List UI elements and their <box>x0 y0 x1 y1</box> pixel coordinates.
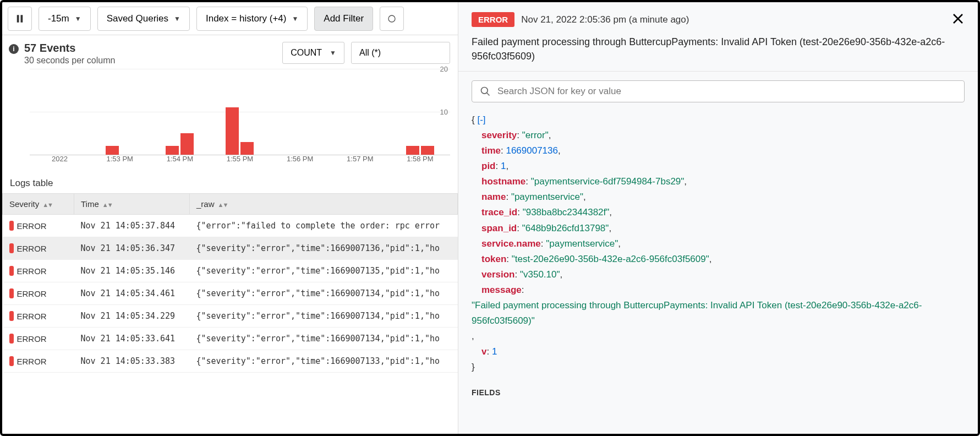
scope-label: All (*) <box>359 48 381 58</box>
aggregation-label: COUNT <box>291 48 322 58</box>
json-key[interactable]: token <box>481 254 506 264</box>
json-value[interactable]: "test-20e26e90-356b-432e-a2c6-956fc03f56… <box>512 254 709 264</box>
json-key[interactable]: span_id <box>481 223 517 233</box>
json-value[interactable]: "Failed payment processing through Butte… <box>472 300 922 326</box>
aggregation-dropdown[interactable]: COUNT ▼ <box>282 42 344 64</box>
json-search-input[interactable] <box>497 86 956 97</box>
bar-group[interactable] <box>210 69 270 155</box>
json-search[interactable] <box>472 80 965 102</box>
json-key[interactable]: message <box>481 285 522 295</box>
table-row[interactable]: ERRORNov 21 14:05:35.146{"severity":"err… <box>3 260 458 282</box>
bar[interactable] <box>166 146 179 155</box>
col-severity[interactable]: Severity▲▼ <box>3 194 74 215</box>
time-cell: Nov 21 14:05:36.347 <box>74 237 190 260</box>
x-tick: 1:55 PM <box>210 155 270 168</box>
bar-group[interactable] <box>150 69 210 155</box>
json-key[interactable]: time <box>481 145 501 156</box>
summary-right: COUNT ▼ All (*) <box>282 42 450 64</box>
index-dropdown[interactable]: Index = history (+4) ▼ <box>196 7 308 31</box>
svg-point-3 <box>481 88 488 94</box>
table-row[interactable]: ERRORNov 21 14:05:34.461{"severity":"err… <box>3 282 458 305</box>
detail-timestamp: Nov 21, 2022 2:05:36 pm (a minute ago) <box>521 14 689 25</box>
info-icon[interactable]: i <box>9 44 19 54</box>
severity-label: ERROR <box>17 221 47 231</box>
json-key[interactable]: name <box>481 192 506 202</box>
saved-queries-dropdown[interactable]: Saved Queries ▼ <box>97 7 190 31</box>
fields-header: FIELDS <box>472 388 965 397</box>
clear-button[interactable] <box>380 7 404 31</box>
severity-label: ERROR <box>17 357 47 366</box>
json-key[interactable]: hostname <box>481 176 525 187</box>
json-value[interactable]: "938ba8bc2344382f" <box>523 207 610 217</box>
sort-icon: ▲▼ <box>218 201 228 208</box>
close-button[interactable] <box>951 12 965 27</box>
json-collapse-toggle[interactable]: [-] <box>477 115 485 125</box>
json-key[interactable]: version <box>481 269 514 280</box>
chart-container: 102020221:53 PM1:54 PM1:55 PM1:56 PM1:57… <box>2 66 458 170</box>
json-value[interactable]: "648b9b26cfd13798" <box>522 223 609 233</box>
json-value[interactable]: "v350.10" <box>520 269 560 280</box>
json-value[interactable]: "paymentservice" <box>546 238 618 249</box>
json-value[interactable]: "paymentservice-6df7594984-7bs29" <box>531 176 685 187</box>
add-filter-label: Add Filter <box>324 13 364 24</box>
json-value[interactable]: "paymentservice" <box>511 192 583 202</box>
json-value[interactable]: 1 <box>501 161 506 171</box>
summary-left: i 57 Events 30 seconds per column <box>9 42 115 66</box>
bar-group[interactable] <box>390 69 450 155</box>
table-row[interactable]: ERRORNov 21 14:05:33.641{"severity":"err… <box>3 328 458 350</box>
table-row[interactable]: ERRORNov 21 14:05:36.347{"severity":"err… <box>3 237 458 260</box>
events-count: 57 Events <box>24 42 115 54</box>
col-time[interactable]: Time▲▼ <box>74 194 190 215</box>
bar[interactable] <box>226 107 239 155</box>
json-key[interactable]: severity <box>481 130 517 140</box>
table-row[interactable]: ERRORNov 21 14:05:34.229{"severity":"err… <box>3 305 458 328</box>
detail-pane: ERROR Nov 21, 2022 2:05:36 pm (a minute … <box>458 2 978 434</box>
sort-icon: ▲▼ <box>42 201 52 208</box>
scope-dropdown[interactable]: All (*) <box>351 42 450 64</box>
saved-queries-label: Saved Queries <box>107 13 168 24</box>
bar[interactable] <box>240 142 254 155</box>
bar-group[interactable] <box>90 69 150 155</box>
bar-group[interactable] <box>30 69 90 155</box>
json-value[interactable]: "error" <box>522 130 549 140</box>
json-value[interactable]: 1669007136 <box>506 145 558 156</box>
bar[interactable] <box>406 146 419 155</box>
severity-pill <box>9 334 14 344</box>
severity-pill <box>9 288 14 298</box>
raw-cell: {"severity":"error","time":1669007134,"p… <box>190 305 458 328</box>
bar[interactable] <box>180 133 194 155</box>
raw-cell: {"severity":"error","time":1669007133,"p… <box>190 350 458 373</box>
x-tick: 1:58 PM <box>390 155 450 168</box>
json-key[interactable]: pid <box>481 161 496 171</box>
raw-cell: {"severity":"error","time":1669007136,"p… <box>190 237 458 260</box>
table-row[interactable]: ERRORNov 21 14:05:37.844{"error":"failed… <box>3 215 458 237</box>
bar[interactable] <box>106 146 119 155</box>
svg-rect-0 <box>17 15 19 23</box>
x-tick: 1:54 PM <box>150 155 210 168</box>
json-key[interactable]: service.name <box>481 238 541 249</box>
bar[interactable] <box>421 146 434 155</box>
json-key[interactable]: v <box>481 346 486 357</box>
time-cell: Nov 21 14:05:34.461 <box>74 282 190 305</box>
sort-icon: ▲▼ <box>102 201 112 208</box>
timerange-dropdown[interactable]: -15m ▼ <box>39 7 91 31</box>
detail-body: { [-] severity: "error", time: 166900713… <box>458 72 978 434</box>
json-key[interactable]: trace_id <box>481 207 517 217</box>
time-cell: Nov 21 14:05:37.844 <box>74 215 190 237</box>
index-label: Index = history (+4) <box>206 13 286 24</box>
json-value[interactable]: 1 <box>492 346 497 357</box>
pause-button[interactable] <box>8 7 32 31</box>
svg-line-4 <box>487 93 490 96</box>
raw-cell: {"error":"failed to complete the order: … <box>190 215 458 237</box>
pause-icon <box>15 14 25 24</box>
bar-group[interactable] <box>270 69 330 155</box>
bar-group[interactable] <box>330 69 390 155</box>
table-row[interactable]: ERRORNov 21 14:05:33.383{"severity":"err… <box>3 350 458 373</box>
col-raw[interactable]: _raw▲▼ <box>190 194 458 215</box>
raw-cell: {"severity":"error","time":1669007134,"p… <box>190 282 458 305</box>
x-tick: 2022 <box>30 155 90 168</box>
add-filter-button[interactable]: Add Filter <box>314 7 373 31</box>
detail-header: ERROR Nov 21, 2022 2:05:36 pm (a minute … <box>458 2 978 72</box>
chart[interactable]: 102020221:53 PM1:54 PM1:55 PM1:56 PM1:57… <box>18 69 450 168</box>
chevron-down-icon: ▼ <box>75 15 81 23</box>
